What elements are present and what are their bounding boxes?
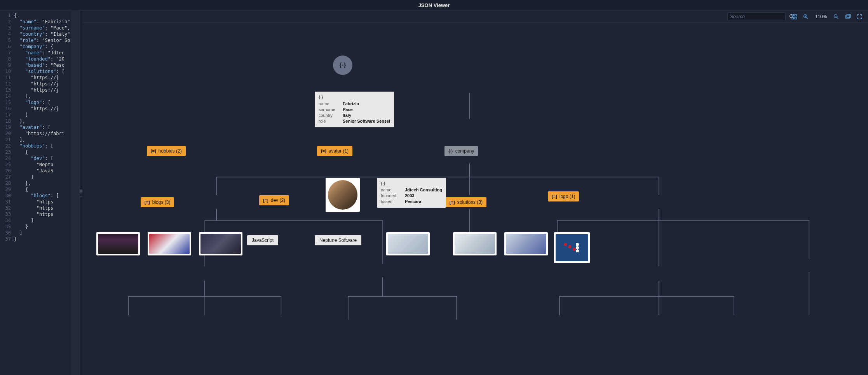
svg-rect-3 [795, 14, 797, 16]
svg-rect-4 [792, 17, 794, 19]
blogs-node[interactable]: [=] blogs (3) [141, 197, 174, 207]
minimap[interactable] [71, 11, 80, 375]
viewer-pane: 110% [82, 11, 868, 375]
root-node[interactable]: {·} [333, 56, 352, 75]
app-root: JSON Viewer 1234567891011121314151617181… [0, 0, 868, 375]
array-icon: [=] [151, 149, 156, 153]
tree-canvas[interactable]: {·} {·} nameFabrizio surnamePace country… [82, 23, 868, 375]
solution-thumb-1[interactable] [386, 232, 430, 255]
avatar-node[interactable]: [=] avatar (1) [317, 146, 352, 156]
thumbnail-image [506, 234, 546, 254]
company-node[interactable]: {·} company [444, 146, 478, 156]
fullscreen-icon[interactable] [856, 14, 863, 20]
leaf-neptune[interactable]: Neptune Software [315, 235, 361, 245]
zoom-percent: 110% [814, 14, 828, 19]
dev-node[interactable]: [=] dev (2) [259, 195, 289, 205]
braces-icon: {·} [448, 149, 453, 153]
logo-image [556, 234, 588, 261]
braces-icon: {·} [340, 62, 346, 69]
svg-line-12 [837, 17, 838, 19]
leaf-javascript[interactable]: JavaScript [247, 235, 278, 245]
thumbnail-image [98, 234, 138, 254]
app-title: JSON Viewer [418, 2, 450, 8]
array-icon: [=] [145, 200, 150, 205]
svg-rect-14 [847, 14, 850, 17]
thumbnail-image [455, 234, 495, 254]
array-icon: [=] [450, 200, 455, 205]
array-icon: [=] [321, 149, 326, 153]
solution-thumb-3[interactable] [504, 232, 548, 255]
main-area: 1234567891011121314151617181920212223242… [0, 11, 868, 375]
hobbies-node[interactable]: [=] hobbies (2) [147, 146, 186, 156]
solutions-node[interactable]: [=] solutions (3) [446, 197, 486, 207]
svg-rect-5 [795, 17, 797, 19]
code-area[interactable]: { "name": "Fabrizio" "surname": "Pace", … [14, 11, 71, 375]
search-box[interactable] [727, 12, 786, 21]
svg-rect-13 [846, 15, 849, 18]
grid-view-icon[interactable] [791, 14, 797, 20]
thumbnail-image [149, 234, 190, 254]
blog-thumb-1[interactable] [96, 232, 140, 255]
fit-icon[interactable] [845, 14, 851, 20]
logo-image-node[interactable] [554, 232, 590, 263]
braces-icon: {·} [381, 181, 442, 186]
zoom-out-icon[interactable] [833, 14, 839, 20]
title-bar: JSON Viewer [0, 0, 868, 11]
blog-thumb-3[interactable] [199, 232, 242, 255]
viewer-toolbar: 110% [82, 11, 868, 23]
main-object-node[interactable]: {·} nameFabrizio surnamePace countryItal… [315, 92, 394, 127]
search-input[interactable] [730, 14, 789, 19]
company-object-node[interactable]: {·} nameJdtech Consulting founded2003 ba… [377, 178, 446, 208]
array-icon: [=] [552, 194, 557, 199]
braces-icon: {·} [319, 95, 390, 99]
editor-pane[interactable]: 1234567891011121314151617181920212223242… [0, 11, 80, 375]
array-icon: [=] [263, 198, 268, 203]
zoom-in-icon[interactable] [803, 14, 809, 20]
solution-thumb-2[interactable] [453, 232, 497, 255]
svg-line-9 [807, 17, 808, 19]
line-gutter: 1234567891011121314151617181920212223242… [0, 11, 14, 375]
avatar-image-node[interactable] [326, 178, 360, 212]
avatar-image [328, 180, 357, 210]
thumbnail-image [388, 234, 428, 254]
logo-node[interactable]: [=] logo (1) [548, 191, 579, 201]
blog-thumb-2[interactable] [148, 232, 191, 255]
thumbnail-image [200, 234, 241, 254]
svg-rect-2 [792, 14, 794, 16]
